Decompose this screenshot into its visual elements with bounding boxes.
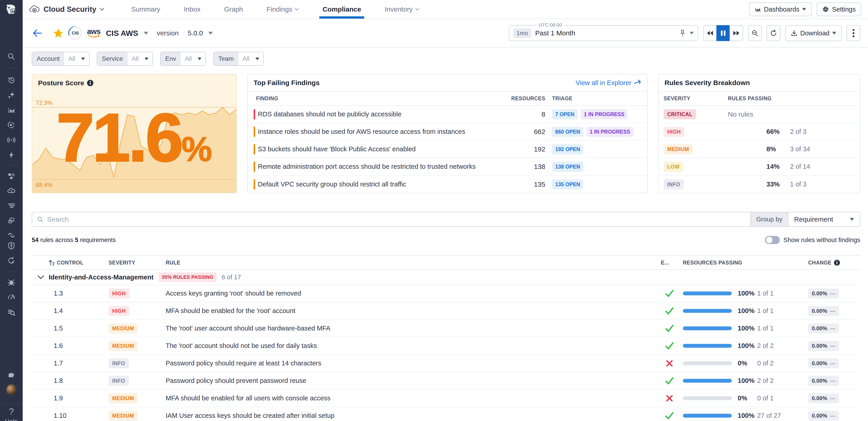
findings-list: RDS databases should not be publicly acc… <box>248 106 647 193</box>
severity-badge: INFO <box>108 358 129 368</box>
settings-button[interactable]: Settings <box>816 2 861 16</box>
product-switcher[interactable]: Cloud Security <box>29 3 104 15</box>
question-mark-icon: ? <box>0 406 23 417</box>
rule-row[interactable]: 1.4 HIGH MFA should be enabled for the '… <box>32 302 860 320</box>
refresh-button[interactable] <box>767 25 780 41</box>
triage-badge[interactable]: 7 OPEN <box>552 109 578 119</box>
filter-account[interactable]: Account All <box>32 52 90 66</box>
favorite-star-icon[interactable] <box>53 28 63 38</box>
col-change[interactable]: CHANGE <box>803 259 860 266</box>
filter-team[interactable]: Team All <box>213 52 264 66</box>
rule-title: MFA should be enabled for the 'root' acc… <box>164 307 661 315</box>
col-rules-passing: RULES PASSING <box>728 95 860 102</box>
rule-evaluation <box>661 325 678 332</box>
caret-down-icon[interactable] <box>690 32 694 34</box>
ci-refresh-icon[interactable] <box>6 255 17 266</box>
search-input[interactable] <box>47 216 746 223</box>
show-rules-toggle[interactable] <box>765 236 780 244</box>
zoom-out-button[interactable] <box>748 25 762 41</box>
rule-title: The 'root' account should not be used fo… <box>164 342 661 349</box>
chevron-down-icon[interactable] <box>37 275 44 279</box>
rule-row[interactable]: 1.8 INFO Password policy should prevent … <box>32 372 860 390</box>
security-shield-icon[interactable] <box>6 241 17 251</box>
triage-badge[interactable]: 660 OPEN <box>552 127 583 137</box>
rule-row[interactable]: 1.6 MEDIUM The 'root' account should not… <box>32 337 860 355</box>
service-connections-icon[interactable] <box>6 230 17 241</box>
col-rule-severity[interactable]: SEVERITY <box>106 260 164 266</box>
col-triage[interactable]: TRIAGE <box>545 95 647 102</box>
tab-inventory[interactable]: Inventory <box>384 0 419 19</box>
metrics-chart-icon[interactable] <box>6 105 17 115</box>
pin-icon[interactable] <box>680 29 686 37</box>
log-search-icon[interactable] <box>6 307 17 317</box>
finding-row[interactable]: RDS databases should not be publicly acc… <box>248 106 647 123</box>
triage-badge[interactable]: 138 OPEN <box>552 162 583 172</box>
rules-search-bar: Group by Requirement <box>32 212 860 227</box>
rule-row[interactable]: 1.7 INFO Password policy should require … <box>32 355 860 372</box>
rewind-button[interactable] <box>703 25 717 41</box>
tab-compliance[interactable]: Compliance <box>322 0 361 19</box>
history-icon[interactable] <box>6 75 17 85</box>
finding-row[interactable]: Instance roles should be used for AWS re… <box>248 123 647 141</box>
error-bug-icon[interactable] <box>6 277 17 288</box>
group-by-select[interactable]: Requirement <box>788 212 860 226</box>
software-catalog-icon[interactable] <box>6 216 17 226</box>
tab-findings[interactable]: Findings <box>267 0 299 19</box>
version-caret-icon[interactable] <box>208 32 213 35</box>
rule-row[interactable]: 1.5 MEDIUM The 'root' user account shoul… <box>32 320 860 337</box>
rule-row[interactable]: 1.10 MEDIUM IAM User access keys should … <box>32 407 860 421</box>
filter-env[interactable]: Env All <box>160 52 206 66</box>
rule-control: 1.5 <box>49 325 106 332</box>
kebab-menu-button[interactable] <box>847 25 860 41</box>
finding-row[interactable]: Remote administration port access should… <box>248 158 647 175</box>
framework-caret-icon[interactable] <box>144 32 148 35</box>
rule-row[interactable]: 1.9 MEDIUM MFA should be enabled for all… <box>32 390 860 407</box>
resources-passing-percent: 100% <box>738 290 757 297</box>
pass-check-icon <box>665 325 674 332</box>
ai-sparkles-icon[interactable] <box>6 90 17 100</box>
finding-row[interactable]: Default VPC security group should restri… <box>248 175 647 193</box>
col-rule[interactable]: RULE <box>164 260 661 266</box>
left-rail: $ ? Help <box>0 0 23 421</box>
col-resources[interactable]: RESOURCES <box>509 95 545 102</box>
infrastructure-hexagons-icon[interactable] <box>6 171 17 181</box>
rule-title: MFA should be enabled for all users with… <box>164 394 661 402</box>
watchdog-radar-icon[interactable] <box>6 120 17 130</box>
tab-summary[interactable]: Summary <box>131 0 160 19</box>
triage-badge[interactable]: 1 IN PROGRESS <box>587 127 633 137</box>
triage-badge[interactable]: 192 OPEN <box>552 144 583 154</box>
download-button[interactable]: Download <box>785 25 842 41</box>
view-all-explorer-link[interactable]: View all in Explorer <box>576 79 641 87</box>
tab-inbox[interactable]: Inbox <box>184 0 200 19</box>
resources-passing-fraction: 1 of 1 <box>757 290 774 297</box>
col-control[interactable]: CONTROL <box>49 259 106 266</box>
tab-graph[interactable]: Graph <box>224 0 243 19</box>
logs-icon[interactable] <box>6 200 17 211</box>
info-icon[interactable] <box>834 259 840 266</box>
dashboards-button[interactable]: Dashboards <box>749 2 812 16</box>
user-avatar[interactable] <box>6 385 17 395</box>
requirement-group-row[interactable]: Identity-and-Access-Management 35% RULES… <box>32 270 860 285</box>
datadog-logo[interactable] <box>0 0 23 19</box>
col-resources-passing[interactable]: RESOURCES PASSING <box>678 260 803 266</box>
performance-gauge-icon[interactable] <box>6 292 17 303</box>
col-finding[interactable]: FINDING <box>248 95 509 102</box>
rule-row[interactable]: 1.3 HIGH Access keys granting 'root' sho… <box>32 285 860 302</box>
help-button[interactable]: ? Help <box>0 406 23 421</box>
integrations-puzzle-icon[interactable] <box>6 370 17 381</box>
resources-passing-percent: 0% <box>738 360 757 367</box>
col-evaluation[interactable]: E... <box>661 260 678 266</box>
filter-service[interactable]: Service All <box>97 52 153 66</box>
pause-button[interactable] <box>716 25 730 41</box>
rule-control: 1.7 <box>49 360 106 367</box>
triage-badge[interactable]: 135 OPEN <box>552 179 583 189</box>
actions-bolt-icon[interactable] <box>6 150 17 160</box>
cloud-cost-icon[interactable]: $ <box>6 186 17 196</box>
back-button[interactable] <box>32 29 42 38</box>
monitors-broadcast-icon[interactable] <box>6 135 17 145</box>
search-icon[interactable] <box>6 51 17 62</box>
triage-badge[interactable]: 1 IN PROGRESS <box>581 109 627 119</box>
time-range-picker[interactable]: UTC-06:00 1mo Past 1 Month <box>509 25 698 41</box>
finding-row[interactable]: S3 buckets should have 'Block Public Acc… <box>248 141 647 158</box>
fast-forward-button[interactable] <box>730 25 743 41</box>
